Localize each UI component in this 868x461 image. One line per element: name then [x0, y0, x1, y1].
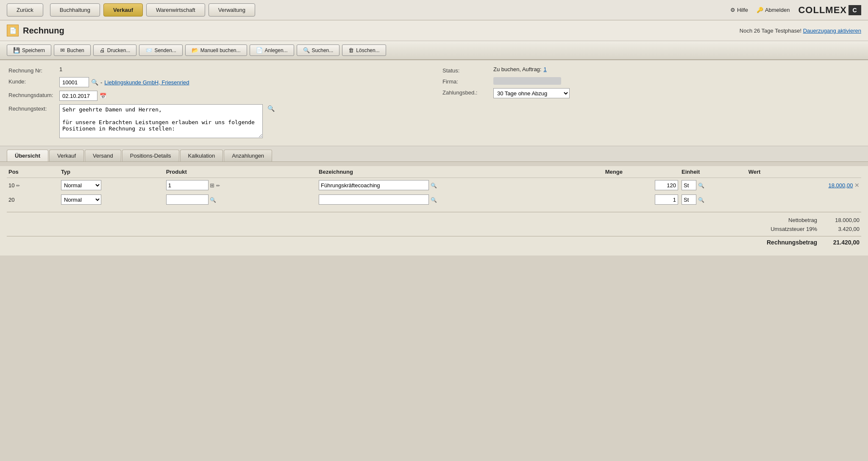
tab-ubersicht[interactable]: Übersicht	[7, 150, 48, 161]
firma-value	[493, 77, 860, 85]
row2-bezeichnung-search-icon[interactable]: 🔍	[431, 197, 437, 203]
row2-pos: 20	[7, 192, 59, 207]
kunde-value: 🔍 - Lieblingskunde GmbH, Friesenried	[59, 77, 426, 87]
rechnungsdatum-row: Rechnungsdatum: 📅	[8, 91, 426, 101]
back-button[interactable]: Zurück	[7, 3, 43, 17]
buchen-button[interactable]: ✉ Buchen	[54, 44, 91, 56]
buchen-icon: ✉	[60, 47, 65, 53]
top-navigation: Zurück Buchhaltung Verkauf Warenwirtscha…	[0, 0, 868, 20]
top-right-area: ⚙ Hilfe 🔑 Abmelden COLLMEX C	[730, 5, 861, 16]
row1-menge-input[interactable]	[655, 180, 678, 190]
senden-button[interactable]: 📨 Senden...	[139, 44, 182, 56]
row1-produkt-table-icon[interactable]: ⊞	[210, 182, 214, 189]
row1-edit-icon[interactable]: ✏	[16, 183, 20, 188]
row2-produkt-input[interactable]	[166, 194, 209, 205]
row2-einheit-input[interactable]	[682, 194, 696, 205]
status-link[interactable]: 1	[543, 66, 546, 72]
tab-anzahlungen[interactable]: Anzahlungen	[224, 150, 272, 161]
search-icon: 🔍	[303, 47, 310, 53]
firma-label: Firma:	[442, 77, 493, 85]
collmex-logo: COLLMEX C	[798, 5, 861, 16]
page-title: Rechnung	[23, 26, 64, 36]
row1-bezeichnung-search-icon[interactable]: 🔍	[431, 183, 437, 189]
tab-verkauf[interactable]: Verkauf	[49, 150, 84, 161]
toolbar: 💾 Speichern ✉ Buchen 🖨 Drucken... 📨 Send…	[0, 41, 868, 60]
table-header-row: Pos Typ Produkt Bezeichnung Menge Einhei…	[7, 166, 861, 178]
row1-bezeichnung-input[interactable]	[319, 180, 429, 190]
col-header-bezeichnung: Bezeichnung	[317, 166, 604, 178]
create-icon: 📄	[256, 47, 263, 53]
rechnungsdatum-label: Rechnungsdatum:	[8, 91, 59, 98]
rechnungstext-search-icon[interactable]: 🔍	[267, 105, 275, 112]
anlegen-button[interactable]: 📄 Anlegen...	[250, 44, 294, 56]
nav-warenwirtschaft[interactable]: Warenwirtschaft	[146, 3, 205, 17]
drucken-button[interactable]: 🖨 Drucken...	[93, 44, 137, 56]
col-header-pos: Pos	[7, 166, 59, 178]
rechnungstext-input[interactable]: Sehr geehrte Damen und Herren, für unser…	[59, 104, 263, 138]
kunde-search-icon[interactable]: 🔍	[91, 79, 98, 86]
logout-icon: 🔑	[757, 7, 763, 13]
row1-wert-link[interactable]: 18.000,00	[829, 182, 853, 189]
col-header-wert: Wert	[747, 166, 861, 178]
row1-einheit: 🔍	[680, 178, 747, 193]
row1-produkt-input[interactable]	[166, 180, 209, 190]
rechnungsbetrag-label: Rechnungsbetrag	[767, 239, 817, 246]
kunde-link[interactable]: Lieblingskunde GmbH, Friesenried	[104, 79, 189, 86]
form-area: Rechnung Nr: 1 Kunde: 🔍 - Lieblingskunde…	[0, 60, 868, 146]
calendar-icon[interactable]: 📅	[100, 93, 106, 99]
page-title-area: 📄 Rechnung	[7, 25, 64, 36]
rechnungsbetrag-row: Rechnungsbetrag 21.420,00	[7, 236, 861, 247]
help-link[interactable]: ⚙ Hilfe	[730, 7, 748, 13]
row1-delete-icon[interactable]: ✕	[854, 182, 860, 189]
row1-typ-select[interactable]: Normal Text Kommentar	[61, 180, 101, 190]
rechnungstext-label: Rechnungstext:	[8, 104, 59, 112]
row2-bezeichnung-input[interactable]	[319, 194, 429, 205]
tab-versand[interactable]: Versand	[85, 150, 121, 161]
zahlungsbed-value: 30 Tage ohne Abzug 14 Tage 2% Skonto Sof…	[493, 88, 860, 98]
row1-typ: Normal Text Kommentar	[59, 178, 164, 193]
nav-buchhaltung[interactable]: Buchhaltung	[50, 3, 100, 17]
save-icon: 💾	[13, 47, 20, 53]
manuell-buchen-button[interactable]: 📂 Manuell buchen...	[185, 44, 247, 56]
umsatzsteuer-value: 3.420,00	[826, 226, 860, 232]
row1-bezeichnung: 🔍	[317, 178, 604, 193]
col-header-produkt: Produkt	[164, 166, 317, 178]
logout-link[interactable]: 🔑 Abmelden	[757, 7, 790, 13]
tabs-bar: Übersicht Verkauf Versand Positions-Deta…	[0, 146, 868, 162]
row1-menge	[604, 178, 680, 193]
row2-produkt: 🔍	[164, 192, 317, 207]
page-icon: 📄	[7, 25, 19, 36]
tab-positions-details[interactable]: Positions-Details	[122, 150, 179, 161]
row1-produkt-edit-icon[interactable]: ✏	[216, 183, 220, 188]
rechnungsdatum-value: 📅	[59, 91, 426, 101]
nav-verkauf[interactable]: Verkauf	[103, 3, 143, 17]
suchen-button[interactable]: 🔍 Suchen...	[297, 44, 340, 56]
row2-einheit-search-icon[interactable]: 🔍	[698, 197, 704, 203]
nettobetrag-value: 18.000,00	[826, 217, 860, 223]
loeschen-button[interactable]: 🗑 Löschen...	[342, 44, 386, 56]
row2-einheit: 🔍	[680, 192, 747, 207]
row2-typ-select[interactable]: Normal Text Kommentar	[61, 194, 101, 205]
firma-blurred	[493, 77, 561, 85]
row2-produkt-search-icon[interactable]: 🔍	[210, 197, 216, 203]
zahlungsbed-select[interactable]: 30 Tage ohne Abzug 14 Tage 2% Skonto Sof…	[493, 88, 570, 98]
umsatzsteuer-row: Umsatzsteuer 19% 3.420,00	[7, 225, 861, 233]
save-button[interactable]: 💾 Speichern	[7, 44, 51, 56]
trial-notice: Noch 26 Tage Testphase! Dauerzugang akti…	[740, 28, 861, 34]
form-grid: Rechnung Nr: 1 Kunde: 🔍 - Lieblingskunde…	[8, 66, 860, 104]
row2-bezeichnung: 🔍	[317, 192, 604, 207]
trial-link[interactable]: Dauerzugang aktivieren	[803, 28, 861, 34]
nav-verwaltung[interactable]: Verwaltung	[209, 3, 255, 17]
zahlungsbed-label: Zahlungsbed.:	[442, 88, 493, 96]
kunde-id-input[interactable]	[59, 77, 89, 87]
row1-einheit-search-icon[interactable]: 🔍	[698, 183, 704, 189]
tab-kalkulation[interactable]: Kalkulation	[180, 150, 223, 161]
print-icon: 🖨	[100, 47, 105, 53]
rechnung-nr-value: 1	[59, 66, 426, 72]
row1-einheit-input[interactable]	[682, 180, 696, 190]
col-header-menge: Menge	[604, 166, 680, 178]
positions-table: Pos Typ Produkt Bezeichnung Menge Einhei…	[7, 166, 861, 207]
rechnungsdatum-input[interactable]	[59, 91, 97, 101]
nettobetrag-row: Nettobetrag 18.000,00	[7, 216, 861, 225]
row2-menge-input[interactable]	[655, 194, 678, 205]
